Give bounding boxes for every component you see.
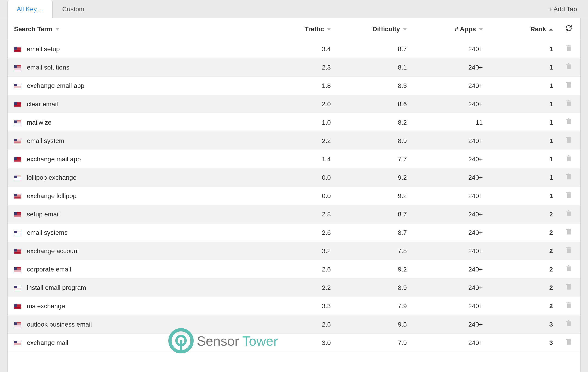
cell-difficulty: 9.5	[335, 315, 411, 334]
trash-icon[interactable]	[566, 339, 572, 345]
table-row: corporate email 2.6 9.2 240+ 2	[8, 260, 580, 279]
cell-delete	[557, 205, 580, 223]
cell-search-term[interactable]: email setup	[8, 40, 265, 58]
svg-rect-84	[14, 215, 21, 215]
table-row: mailwize 1.0 8.2 11 1	[8, 113, 580, 132]
us-flag-icon	[14, 157, 21, 162]
trash-icon[interactable]	[566, 137, 572, 143]
cell-search-term[interactable]: email system	[8, 132, 265, 150]
tab-custom[interactable]: Custom	[52, 0, 94, 18]
cell-difficulty: 9.2	[335, 260, 411, 279]
cell-search-term[interactable]: install email program	[8, 279, 265, 297]
cell-difficulty: 8.9	[335, 279, 411, 297]
header-label: Difficulty	[372, 25, 400, 33]
cell-search-term[interactable]: ms exchange	[8, 297, 265, 315]
cell-traffic: 2.8	[265, 205, 335, 223]
table-header-row: Search Term Traffic Difficulty # Apps	[8, 18, 580, 40]
cell-search-term[interactable]: outlook business email	[8, 315, 265, 334]
cell-search-term[interactable]: exchange mail	[8, 334, 265, 352]
svg-rect-35	[568, 100, 569, 101]
search-term-text: corporate email	[27, 266, 71, 273]
cell-search-term[interactable]: exchange email app	[8, 77, 265, 95]
svg-rect-31	[14, 106, 21, 106]
cell-search-term[interactable]: mailwize	[8, 113, 265, 132]
svg-rect-40	[14, 124, 21, 125]
cell-difficulty: 7.9	[335, 297, 411, 315]
trash-icon[interactable]	[566, 192, 572, 198]
cell-search-term[interactable]: email systems	[8, 223, 265, 242]
cell-search-term[interactable]: lollipop exchange	[8, 169, 265, 187]
cell-search-term[interactable]: exchange account	[8, 242, 265, 260]
cell-difficulty: 9.2	[335, 187, 411, 205]
cell-rank: 1	[487, 58, 557, 77]
trash-icon[interactable]	[566, 265, 572, 272]
svg-rect-129	[14, 307, 21, 307]
table-row: outlook business email 2.6 9.5 240+ 3	[8, 315, 580, 334]
cell-apps: 240+	[411, 150, 487, 169]
svg-rect-33	[567, 101, 571, 106]
cell-delete	[557, 40, 580, 58]
trash-icon[interactable]	[566, 320, 572, 327]
svg-rect-80	[568, 192, 569, 192]
table-row: exchange email app 1.8 8.3 240+ 1	[8, 77, 580, 95]
refresh-button[interactable]	[557, 18, 580, 40]
trash-icon[interactable]	[566, 118, 572, 125]
table-row: exchange lollipop 0.0 9.2 240+ 1	[8, 187, 580, 205]
refresh-icon	[565, 25, 572, 32]
svg-rect-69	[567, 175, 571, 179]
cell-rank: 2	[487, 260, 557, 279]
trash-icon[interactable]	[566, 63, 572, 70]
cell-apps: 240+	[411, 260, 487, 279]
trash-icon[interactable]	[566, 100, 572, 107]
cell-delete	[557, 260, 580, 279]
table-row: ms exchange 3.3 7.9 240+ 2	[8, 297, 580, 315]
svg-rect-140	[14, 322, 17, 325]
trash-icon[interactable]	[566, 173, 572, 180]
cell-search-term[interactable]: clear email	[8, 95, 265, 113]
cell-rank: 1	[487, 113, 557, 132]
cell-traffic: 2.2	[265, 132, 335, 150]
tab-all-keywords[interactable]: All Key…	[7, 0, 52, 18]
search-term-text: install email program	[27, 284, 86, 291]
cell-rank: 1	[487, 187, 557, 205]
table-row: lollipop exchange 0.0 9.2 240+ 1	[8, 169, 580, 187]
search-term-text: clear email	[27, 101, 58, 108]
cell-apps: 240+	[411, 187, 487, 205]
svg-rect-53	[568, 137, 569, 138]
column-header-apps[interactable]: # Apps	[411, 18, 487, 40]
column-header-traffic[interactable]: Traffic	[265, 18, 335, 40]
cell-apps: 240+	[411, 169, 487, 187]
svg-rect-13	[14, 69, 21, 70]
cell-apps: 240+	[411, 77, 487, 95]
add-tab-label: + Add Tab	[548, 6, 577, 13]
column-header-rank[interactable]: Rank	[487, 18, 557, 40]
cell-difficulty: 7.9	[335, 334, 411, 352]
cell-apps: 240+	[411, 223, 487, 242]
cell-apps: 240+	[411, 297, 487, 315]
trash-icon[interactable]	[566, 45, 572, 51]
svg-rect-95	[14, 231, 17, 233]
svg-rect-77	[14, 194, 17, 196]
keyword-table: Search Term Traffic Difficulty # Apps	[8, 18, 580, 352]
column-header-difficulty[interactable]: Difficulty	[335, 18, 411, 40]
trash-icon[interactable]	[566, 284, 572, 290]
trash-icon[interactable]	[566, 210, 572, 217]
svg-rect-125	[568, 284, 569, 284]
trash-icon[interactable]	[566, 155, 572, 161]
sort-caret-up-icon	[549, 28, 553, 30]
cell-search-term[interactable]: email solutions	[8, 58, 265, 77]
svg-rect-24	[567, 83, 571, 87]
cell-search-term[interactable]: exchange lollipop	[8, 187, 265, 205]
search-term-text: setup email	[27, 211, 60, 218]
trash-icon[interactable]	[566, 247, 572, 253]
column-header-search-term[interactable]: Search Term	[8, 18, 265, 40]
trash-icon[interactable]	[566, 302, 572, 308]
trash-icon[interactable]	[566, 82, 572, 88]
cell-search-term[interactable]: exchange mail app	[8, 150, 265, 169]
trash-icon[interactable]	[566, 229, 572, 235]
cell-search-term[interactable]: corporate email	[8, 260, 265, 279]
svg-rect-75	[14, 197, 21, 197]
cell-search-term[interactable]: setup email	[8, 205, 265, 223]
add-tab-button[interactable]: + Add Tab	[548, 0, 581, 18]
us-flag-icon	[14, 84, 21, 88]
